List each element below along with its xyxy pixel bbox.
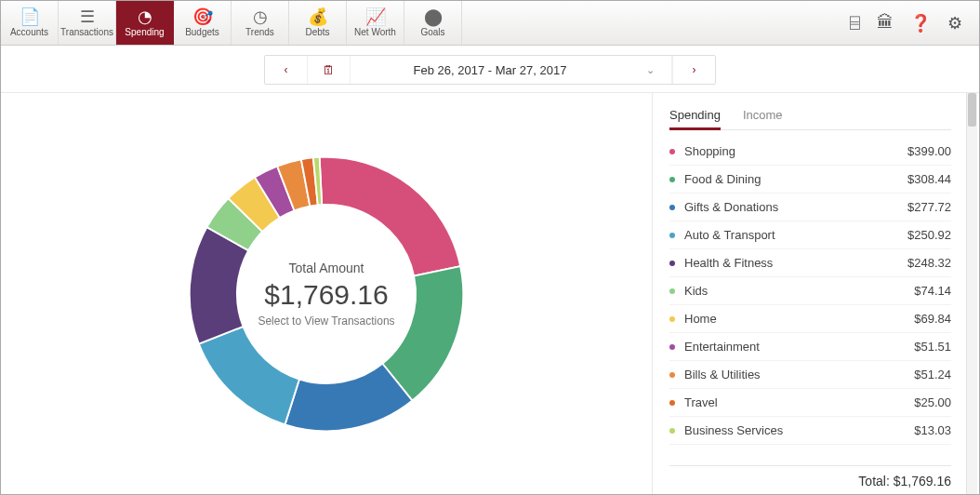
category-amount: $51.24 <box>914 368 951 381</box>
transactions-icon: ☰ <box>80 8 95 25</box>
category-amount: $308.44 <box>907 172 951 186</box>
date-prev-button[interactable]: ‹ <box>265 56 308 84</box>
category-amount: $51.51 <box>914 340 951 354</box>
category-name: Food & Dining <box>684 172 761 186</box>
category-amount: $399.00 <box>907 144 951 158</box>
total-row: Total: $1,769.16 <box>669 465 951 494</box>
category-dot-icon <box>669 400 675 406</box>
category-dot-icon <box>669 372 675 378</box>
category-list: Shopping$399.00Food & Dining$308.44Gifts… <box>669 138 951 465</box>
category-row[interactable]: Health & Fitness$248.32 <box>669 249 951 277</box>
nav-label: Debts <box>305 27 329 37</box>
category-dot-icon <box>669 177 675 182</box>
help-icon[interactable]: ❓ <box>910 13 931 33</box>
nav-spacer <box>462 1 850 45</box>
main-content: Total Amount $1,769.16 Select to View Tr… <box>1 93 979 494</box>
category-row[interactable]: Food & Dining$308.44 <box>669 166 951 194</box>
donut-slice[interactable] <box>320 156 461 275</box>
total-label: Total: <box>858 474 889 488</box>
budgets-icon: 🎯 <box>192 8 213 25</box>
category-name: Auto & Transport <box>684 228 775 242</box>
category-dot-icon <box>669 205 675 210</box>
category-amount: $74.14 <box>914 284 951 298</box>
category-name: Shopping <box>684 144 735 158</box>
trends-icon: ◷ <box>253 8 268 25</box>
nav-spending[interactable]: ◔Spending <box>116 1 174 45</box>
settings-icon[interactable]: ⚙ <box>947 13 962 33</box>
tab-spending[interactable]: Spending <box>669 102 721 130</box>
category-amount: $25.00 <box>914 395 951 409</box>
nav-transactions[interactable]: ☰Transactions <box>59 1 116 45</box>
category-row[interactable]: Travel$25.00 <box>669 389 951 417</box>
donut-label-bottom: Select to View Transactions <box>233 314 419 328</box>
accounts-icon: 📄 <box>20 8 40 25</box>
nav-right-icons: ⌸ 🏛 ❓ ⚙ <box>850 1 979 45</box>
category-name: Travel <box>684 395 718 409</box>
category-amount: $250.92 <box>907 228 951 242</box>
category-row[interactable]: Bills & Utilities$51.24 <box>669 361 951 389</box>
category-row[interactable]: Auto & Transport$250.92 <box>669 221 951 249</box>
nav-accounts[interactable]: 📄Accounts <box>1 1 59 45</box>
category-dot-icon <box>669 288 675 294</box>
net-worth-icon: 📈 <box>365 8 386 25</box>
category-row[interactable]: Business Services$13.03 <box>669 417 951 445</box>
category-dot-icon <box>669 428 675 434</box>
scrollbar[interactable] <box>966 93 977 494</box>
chart-pane: Total Amount $1,769.16 Select to View Tr… <box>1 93 652 494</box>
donut-label-top: Total Amount <box>233 261 419 275</box>
tab-income[interactable]: Income <box>743 102 783 129</box>
nav-debts[interactable]: 💰Debts <box>289 1 347 45</box>
category-row[interactable]: Entertainment$51.51 <box>669 333 951 361</box>
category-name: Home <box>684 312 717 326</box>
date-range-control: ‹ 🗓 Feb 26, 2017 - Mar 27, 2017 ⌄ › <box>264 55 716 85</box>
category-row[interactable]: Kids$74.14 <box>669 277 951 305</box>
nav-label: Budgets <box>185 27 219 37</box>
category-amount: $277.72 <box>907 200 951 214</box>
category-dot-icon <box>669 233 675 238</box>
date-range-label[interactable]: Feb 26, 2017 - Mar 27, 2017 <box>351 63 629 77</box>
category-row[interactable]: Shopping$399.00 <box>669 138 951 166</box>
nav-label: Goals <box>420 27 444 37</box>
nav-label: Transactions <box>60 27 113 37</box>
category-name: Health & Fitness <box>684 256 773 270</box>
debts-icon: 💰 <box>308 8 328 25</box>
nav-label: Accounts <box>10 27 48 37</box>
donut-slice[interactable] <box>199 326 299 423</box>
date-next-button[interactable]: › <box>672 56 715 84</box>
category-amount: $248.32 <box>907 256 951 270</box>
category-name: Business Services <box>684 423 783 437</box>
category-name: Entertainment <box>684 340 760 354</box>
category-name: Kids <box>684 284 708 298</box>
nav-goals[interactable]: ⬤Goals <box>404 1 462 45</box>
nav-label: Net Worth <box>354 27 396 37</box>
nav-label: Spending <box>125 27 164 37</box>
donut-center: Total Amount $1,769.16 Select to View Tr… <box>233 261 419 328</box>
category-row[interactable]: Gifts & Donations$277.72 <box>669 194 951 221</box>
category-amount: $13.03 <box>914 423 951 437</box>
nav-budgets[interactable]: 🎯Budgets <box>174 1 232 45</box>
bank-icon[interactable]: 🏛 <box>877 13 894 33</box>
donut-chart[interactable]: Total Amount $1,769.16 Select to View Tr… <box>182 150 470 438</box>
nav-trends[interactable]: ◷Trends <box>232 1 289 45</box>
category-dot-icon <box>669 261 675 266</box>
donut-amount: $1,769.16 <box>233 279 419 311</box>
inbox-icon[interactable]: ⌸ <box>850 13 860 33</box>
nav-net-worth[interactable]: 📈Net Worth <box>347 1 404 45</box>
category-amount: $69.84 <box>914 312 951 326</box>
date-dropdown-button[interactable]: ⌄ <box>629 56 672 84</box>
scrollbar-thumb[interactable] <box>968 93 976 127</box>
breakdown-pane: Spending Income Shopping$399.00Food & Di… <box>652 93 968 494</box>
top-nav: 📄Accounts☰Transactions◔Spending🎯Budgets◷… <box>1 1 979 46</box>
category-dot-icon <box>669 149 675 154</box>
category-name: Bills & Utilities <box>684 368 761 381</box>
total-amount: $1,769.16 <box>894 474 951 488</box>
date-bar: ‹ 🗓 Feb 26, 2017 - Mar 27, 2017 ⌄ › <box>1 46 979 93</box>
nav-label: Trends <box>245 27 274 37</box>
breakdown-tabs: Spending Income <box>669 102 951 130</box>
category-name: Gifts & Donations <box>684 200 778 214</box>
category-dot-icon <box>669 344 675 350</box>
category-row[interactable]: Home$69.84 <box>669 305 951 333</box>
goals-icon: ⬤ <box>424 8 443 25</box>
category-dot-icon <box>669 316 675 322</box>
calendar-icon[interactable]: 🗓 <box>308 56 351 84</box>
